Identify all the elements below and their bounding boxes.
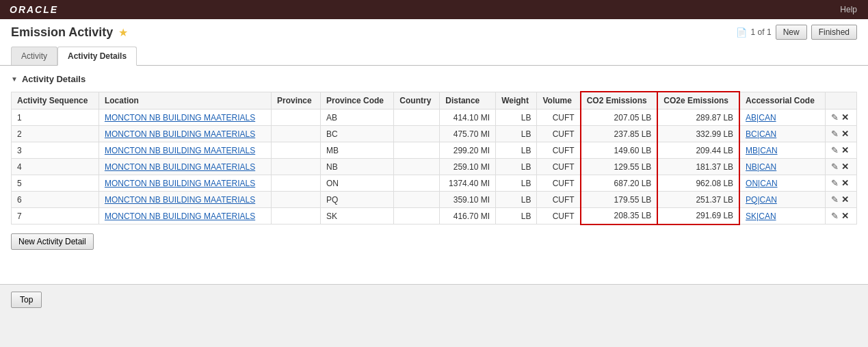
cell-province — [272, 192, 321, 208]
cell-province-code: BC — [320, 126, 393, 142]
cell-location[interactable]: MONCTON NB BUILDING MAATERIALS — [98, 208, 271, 224]
activity-details-table: Activity Sequence Location Province Prov… — [11, 91, 857, 225]
page-indicator-icon: 📄 — [736, 27, 747, 38]
cell-seq: 2 — [12, 126, 99, 142]
cell-province — [272, 126, 321, 142]
edit-icon[interactable]: ✎ — [831, 178, 839, 188]
cell-seq: 6 — [12, 192, 99, 208]
cell-actions: ✎ ✕ — [826, 208, 857, 224]
delete-icon[interactable]: ✕ — [841, 194, 849, 205]
cell-province — [272, 208, 321, 224]
cell-acc-code[interactable]: MB|CAN — [739, 142, 826, 159]
cell-weight: LB — [496, 175, 537, 192]
cell-location[interactable]: MONCTON NB BUILDING MAATERIALS — [98, 192, 271, 208]
cell-distance: 259.10 MI — [440, 159, 496, 175]
col-header-co2e: CO2e Emissions — [657, 92, 739, 110]
cell-co2: 149.60 LB — [581, 142, 658, 159]
cell-acc-code[interactable]: SK|CAN — [739, 208, 826, 224]
col-header-weight: Weight — [496, 92, 537, 110]
edit-icon[interactable]: ✎ — [831, 211, 839, 221]
help-link[interactable]: Help — [840, 5, 857, 14]
cell-location[interactable]: MONCTON NB BUILDING MAATERIALS — [98, 175, 271, 192]
cell-co2: 687.20 LB — [581, 175, 658, 192]
cell-acc-code[interactable]: ON|CAN — [739, 175, 826, 192]
edit-icon[interactable]: ✎ — [831, 162, 839, 172]
cell-actions: ✎ ✕ — [826, 192, 857, 208]
cell-province — [272, 110, 321, 126]
delete-icon[interactable]: ✕ — [841, 145, 849, 155]
edit-icon[interactable]: ✎ — [831, 194, 839, 205]
col-header-volume: Volume — [537, 92, 581, 110]
cell-province — [272, 175, 321, 192]
cell-volume: CUFT — [537, 208, 581, 224]
section-title: Activity Details — [22, 74, 86, 84]
cell-actions: ✎ ✕ — [826, 110, 857, 126]
cell-volume: CUFT — [537, 110, 581, 126]
cell-distance: 299.20 MI — [440, 142, 496, 159]
edit-icon[interactable]: ✎ — [831, 145, 839, 155]
top-button[interactable]: Top — [11, 292, 42, 308]
delete-icon[interactable]: ✕ — [841, 112, 849, 123]
cell-weight: LB — [496, 142, 537, 159]
cell-acc-code[interactable]: BC|CAN — [739, 126, 826, 142]
cell-co2: 129.55 LB — [581, 159, 658, 175]
edit-icon[interactable]: ✎ — [831, 129, 839, 139]
cell-distance: 359.10 MI — [440, 192, 496, 208]
cell-province-code: ON — [320, 175, 393, 192]
cell-distance: 475.70 MI — [440, 126, 496, 142]
tab-activity-details[interactable]: Activity Details — [57, 47, 137, 66]
col-header-acc-code: Accessorial Code — [739, 92, 826, 110]
cell-country — [394, 110, 440, 126]
cell-distance: 416.70 MI — [440, 208, 496, 224]
cell-province-code: SK — [320, 208, 393, 224]
col-header-distance: Distance — [440, 92, 496, 110]
cell-co2e: 291.69 LB — [657, 208, 739, 224]
delete-icon[interactable]: ✕ — [841, 211, 849, 221]
col-header-country: Country — [394, 92, 440, 110]
cell-distance: 1374.40 MI — [440, 175, 496, 192]
favorite-star-icon[interactable]: ★ — [118, 26, 128, 39]
page-title-group: Emission Activity ★ — [11, 25, 128, 40]
cell-co2: 179.55 LB — [581, 192, 658, 208]
cell-seq: 1 — [12, 110, 99, 126]
cell-location[interactable]: MONCTON NB BUILDING MAATERIALS — [98, 110, 271, 126]
finished-button[interactable]: Finished — [811, 25, 857, 40]
cell-location[interactable]: MONCTON NB BUILDING MAATERIALS — [98, 142, 271, 159]
cell-country — [394, 208, 440, 224]
cell-acc-code[interactable]: AB|CAN — [739, 110, 826, 126]
collapse-arrow-icon[interactable]: ▼ — [11, 75, 18, 83]
cell-acc-code[interactable]: NB|CAN — [739, 159, 826, 175]
edit-icon[interactable]: ✎ — [831, 112, 839, 123]
cell-country — [394, 175, 440, 192]
col-header-seq: Activity Sequence — [12, 92, 99, 110]
oracle-logo: ORACLE — [10, 4, 58, 15]
cell-seq: 4 — [12, 159, 99, 175]
delete-icon[interactable]: ✕ — [841, 178, 849, 188]
cell-volume: CUFT — [537, 192, 581, 208]
col-header-location: Location — [98, 92, 271, 110]
cell-seq: 7 — [12, 208, 99, 224]
new-activity-detail-button[interactable]: New Activity Detail — [11, 233, 94, 250]
cell-co2e: 962.08 LB — [657, 175, 739, 192]
cell-co2: 207.05 LB — [581, 110, 658, 126]
tab-activity-label: Activity — [21, 51, 47, 61]
cell-volume: CUFT — [537, 126, 581, 142]
cell-weight: LB — [496, 208, 537, 224]
cell-seq: 3 — [12, 142, 99, 159]
cell-country — [394, 142, 440, 159]
cell-co2: 208.35 LB — [581, 208, 658, 224]
tabs-container: Activity Activity Details — [11, 47, 857, 65]
new-button[interactable]: New — [776, 25, 807, 40]
cell-location[interactable]: MONCTON NB BUILDING MAATERIALS — [98, 126, 271, 142]
tab-activity[interactable]: Activity — [11, 47, 57, 65]
cell-country — [394, 126, 440, 142]
cell-country — [394, 192, 440, 208]
cell-location[interactable]: MONCTON NB BUILDING MAATERIALS — [98, 159, 271, 175]
cell-province-code: AB — [320, 110, 393, 126]
cell-weight: LB — [496, 159, 537, 175]
cell-weight: LB — [496, 126, 537, 142]
cell-acc-code[interactable]: PQ|CAN — [739, 192, 826, 208]
delete-icon[interactable]: ✕ — [841, 129, 849, 139]
delete-icon[interactable]: ✕ — [841, 162, 849, 172]
cell-co2e: 209.44 LB — [657, 142, 739, 159]
